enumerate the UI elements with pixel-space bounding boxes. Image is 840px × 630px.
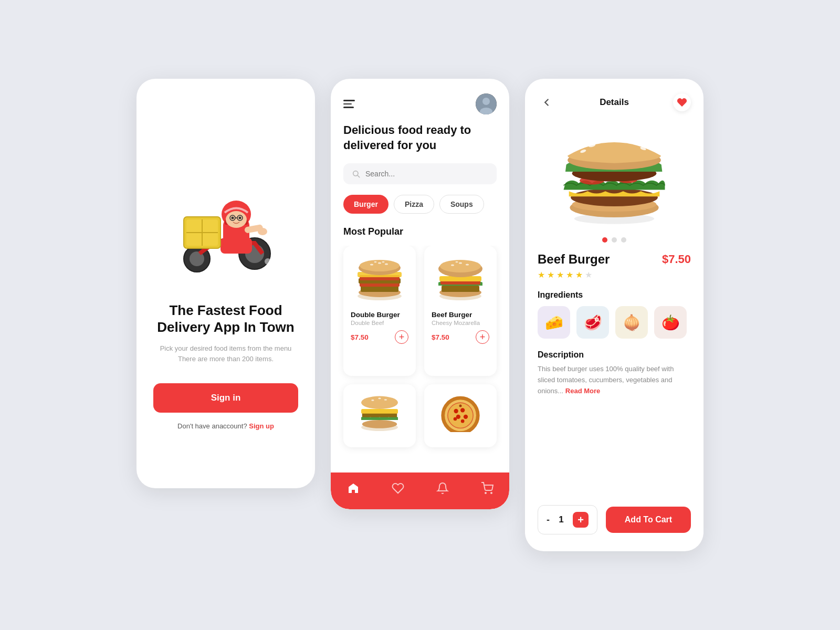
details-header: Details xyxy=(525,79,704,117)
user-avatar[interactable] xyxy=(476,93,497,114)
screens-container: The Fastest Food Delivery App In Town Pi… xyxy=(136,79,704,551)
quantity-value: 1 xyxy=(557,514,565,525)
search-icon xyxy=(352,170,360,178)
screen-signin: The Fastest Food Delivery App In Town Pi… xyxy=(136,79,315,488)
menu-line-2 xyxy=(343,103,352,105)
item-price: $7.50 xyxy=(662,253,691,266)
bottom-nav xyxy=(331,472,509,509)
star-5: ★ xyxy=(575,270,583,280)
search-bar xyxy=(343,163,497,184)
signup-prompt: Don't have anaccount? Sign up xyxy=(177,422,274,430)
description-text: This beef burger uses 100% quality beef … xyxy=(538,364,691,396)
nav-favorites[interactable] xyxy=(392,482,404,498)
nav-cart[interactable] xyxy=(481,482,494,498)
food-price-beef-burger: $7.50 xyxy=(432,333,449,341)
star-4: ★ xyxy=(566,270,573,280)
delivery-illustration xyxy=(158,128,294,285)
svg-point-54 xyxy=(451,265,454,266)
ingredient-onion: 🧅 xyxy=(615,306,648,339)
add-double-burger-button[interactable]: + xyxy=(395,330,408,344)
ingredient-tomato: 🍅 xyxy=(654,306,687,339)
svg-point-78 xyxy=(485,492,486,494)
svg-point-27 xyxy=(276,253,279,256)
item-info: Beef Burger $7.50 ★ ★ ★ ★ ★ ★ Ingredient… xyxy=(525,252,704,396)
dot-1[interactable] xyxy=(602,237,607,243)
screen-details: Details xyxy=(525,79,704,551)
signin-button[interactable]: Sign in xyxy=(153,383,298,413)
svg-point-70 xyxy=(454,409,458,413)
category-tab-pizza[interactable]: Pizza xyxy=(394,195,434,214)
star-2: ★ xyxy=(547,270,554,280)
svg-point-73 xyxy=(464,415,468,419)
svg-rect-61 xyxy=(361,409,398,414)
food-desc-beef-burger: Cheesy Mozarella xyxy=(432,320,489,326)
food-card-beef-burger: Beef Burger Cheesy Mozarella $7.50 + xyxy=(424,246,497,375)
bottom-actions: - 1 + Add To Cart xyxy=(525,496,704,551)
signup-link[interactable]: Sign up xyxy=(249,422,274,430)
svg-point-41 xyxy=(360,260,400,271)
ingredients-row: 🧀 🥩 🧅 🍅 xyxy=(538,306,691,339)
svg-point-46 xyxy=(382,261,385,262)
food-image-beef-burger xyxy=(432,253,489,306)
svg-point-24 xyxy=(258,228,267,235)
add-to-cart-button[interactable]: Add To Cart xyxy=(606,507,691,533)
dot-2[interactable] xyxy=(612,237,617,243)
category-tab-soups[interactable]: Soups xyxy=(439,195,484,214)
svg-point-95 xyxy=(611,133,617,135)
star-3: ★ xyxy=(556,270,564,280)
ingredient-cheese: 🧀 xyxy=(538,306,570,339)
food-card-pizza xyxy=(424,384,497,447)
svg-point-75 xyxy=(461,419,465,423)
svg-point-44 xyxy=(385,264,388,265)
quantity-control: - 1 + xyxy=(538,505,597,534)
food-desc-double-burger: Double Beef xyxy=(351,320,408,326)
nav-notifications[interactable] xyxy=(436,482,449,498)
search-input[interactable] xyxy=(365,170,488,178)
food-card-double-burger: Double Burger Double Beef $7.50 + xyxy=(343,246,416,375)
svg-line-32 xyxy=(358,175,360,177)
nav-home[interactable] xyxy=(347,482,360,498)
category-tab-burger[interactable]: Burger xyxy=(343,195,388,214)
menu-line-1 xyxy=(343,100,355,101)
favorite-button[interactable] xyxy=(673,93,691,111)
svg-point-2 xyxy=(158,236,173,245)
food-image-double-burger xyxy=(351,253,408,306)
star-6: ★ xyxy=(585,270,592,280)
svg-rect-49 xyxy=(442,286,479,292)
add-beef-burger-button[interactable]: + xyxy=(476,330,489,344)
svg-point-19 xyxy=(239,216,242,219)
menu-icon[interactable] xyxy=(343,100,355,108)
category-tabs: Burger Pizza Soups xyxy=(331,195,509,226)
star-1: ★ xyxy=(538,270,545,280)
svg-point-90 xyxy=(602,137,609,141)
read-more-link[interactable]: Read More xyxy=(565,387,600,395)
back-button[interactable] xyxy=(538,93,555,111)
svg-point-76 xyxy=(459,405,462,407)
menu-hero-text: Delicious food ready to delivered for yo… xyxy=(331,123,509,163)
ingredient-meat: 🥩 xyxy=(576,306,609,339)
food-price-row-beef-burger: $7.50 + xyxy=(432,330,489,344)
svg-point-64 xyxy=(378,397,381,399)
svg-point-91 xyxy=(617,134,625,139)
burger-hero-image xyxy=(525,117,704,232)
svg-point-55 xyxy=(459,262,462,264)
signin-subtext: Pick your desired food items from the me… xyxy=(153,343,298,364)
food-image-burger xyxy=(351,392,408,434)
svg-point-42 xyxy=(370,264,373,266)
svg-point-65 xyxy=(384,399,387,401)
food-name-beef-burger: Beef Burger xyxy=(432,311,489,319)
quantity-increase[interactable]: + xyxy=(573,512,589,528)
menu-line-3 xyxy=(343,107,354,108)
svg-point-59 xyxy=(362,420,397,428)
details-title: Details xyxy=(600,97,629,108)
food-name-double-burger: Double Burger xyxy=(351,311,408,319)
dot-3[interactable] xyxy=(621,237,626,243)
section-popular: Most Popular xyxy=(331,226,509,246)
svg-point-29 xyxy=(482,98,490,105)
svg-point-18 xyxy=(232,216,234,219)
description-title: Description xyxy=(538,350,691,360)
item-name: Beef Burger xyxy=(538,252,610,267)
svg-point-17 xyxy=(226,211,247,228)
svg-point-25 xyxy=(265,258,271,265)
quantity-decrease[interactable]: - xyxy=(547,515,550,524)
